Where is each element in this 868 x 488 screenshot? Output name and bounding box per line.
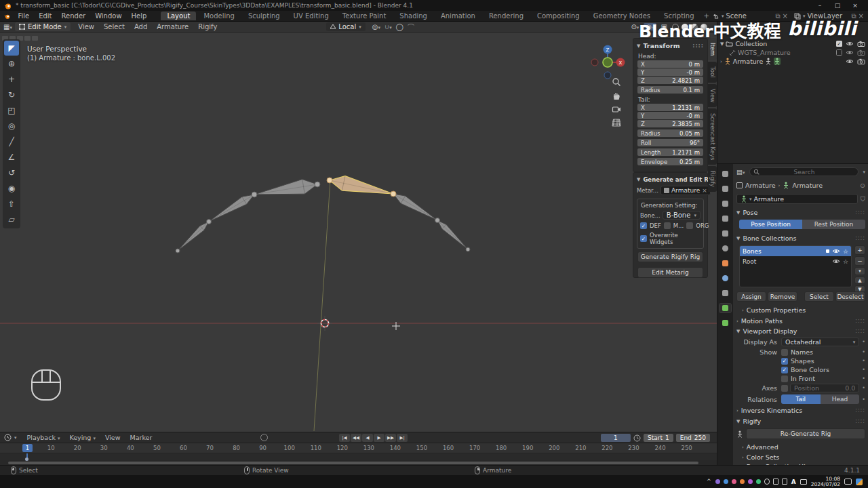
animate-dot-icon[interactable]: • <box>862 385 865 391</box>
visibility-eye-icon[interactable] <box>832 248 840 254</box>
bone-joint[interactable] <box>252 192 257 197</box>
frame-tick-200[interactable]: 200 <box>549 445 559 451</box>
tray-icon[interactable] <box>740 479 745 484</box>
hide-eye-icon[interactable] <box>846 49 854 56</box>
workspace-tab-shading[interactable]: Shading <box>393 12 433 20</box>
bone-joint[interactable] <box>207 220 212 224</box>
exclude-checkbox[interactable]: ✓ <box>836 41 842 47</box>
transform-panel-header[interactable]: ▼ Transform :::: <box>633 41 707 51</box>
sidebar-tab-item[interactable]: Item <box>708 38 717 60</box>
transform-field-z[interactable]: Z2.3835 m <box>637 120 703 127</box>
weather-widget-icon[interactable] <box>856 479 863 485</box>
pivot-point-icon[interactable]: ◎▾ <box>372 23 380 30</box>
animate-dot-icon[interactable]: • <box>862 375 865 382</box>
menu-render[interactable]: Render <box>57 12 91 20</box>
breadcrumb-object[interactable]: Armature <box>745 182 776 189</box>
clear-icon[interactable]: × <box>702 187 707 194</box>
transform-field-x[interactable]: X1.2131 m <box>637 104 703 111</box>
workspace-tab-layout[interactable]: Layout <box>161 12 196 20</box>
properties-tab-scene-icon[interactable] <box>719 229 731 238</box>
close-scene-icon[interactable]: × <box>783 12 788 20</box>
tray-icon[interactable] <box>748 479 753 484</box>
frame-tick-60[interactable]: 60 <box>180 445 187 451</box>
copy-viewlayer-icon[interactable]: ⧉ <box>851 12 856 20</box>
frame-tick-30[interactable]: 30 <box>100 445 108 451</box>
bone-type-dropdown[interactable]: B-Bone ▾ <box>663 211 701 220</box>
properties-tab-constraints-icon[interactable] <box>719 289 731 298</box>
color-sets-header[interactable]: › Color Sets <box>736 453 865 461</box>
tray-icon[interactable] <box>724 479 728 484</box>
transform-field-y[interactable]: Y-0 m <box>637 112 703 119</box>
checkbox-in-front[interactable] <box>781 375 788 382</box>
sidebar-tab-view[interactable]: View <box>708 84 717 107</box>
transform-field-radius[interactable]: Radius0.1 m <box>637 86 703 94</box>
properties-tab-view-layer-icon[interactable] <box>719 214 731 223</box>
transform-field-y[interactable]: Y-0 m <box>637 68 703 76</box>
disable-render-camera-icon[interactable] <box>857 49 865 56</box>
transform-field-length[interactable]: Length1.2171 m <box>637 148 703 156</box>
scene-selector[interactable]: Scene <box>726 12 773 20</box>
transform-field-radius[interactable]: Radius0.05 m <box>637 129 703 137</box>
workspace-tab-compositing[interactable]: Compositing <box>531 12 586 20</box>
transform-field-x[interactable]: X0 m <box>637 60 703 68</box>
minimize-button[interactable]: – <box>811 2 829 9</box>
overwrite-widgets-checkbox[interactable]: ✓ <box>640 235 647 242</box>
def-checkbox[interactable]: ✓ <box>640 222 647 229</box>
checkbox-shapes[interactable]: ✓ <box>781 358 788 365</box>
frame-clock-icon[interactable] <box>633 434 641 442</box>
tray-mic-icon[interactable] <box>764 479 770 485</box>
tray-icon[interactable] <box>715 479 720 484</box>
fake-user-shield-icon[interactable]: ⛉ <box>861 195 865 203</box>
frame-tick-100[interactable]: 100 <box>284 445 295 451</box>
tray-icon[interactable] <box>756 479 761 484</box>
shading-wireframe-icon[interactable] <box>672 24 679 30</box>
frame-tick-190[interactable]: 190 <box>522 445 533 451</box>
axes-position-field[interactable]: Position 0.0 <box>790 384 859 392</box>
select-button[interactable]: Select <box>804 291 834 302</box>
drag-handle-icon[interactable]: :::: <box>855 209 865 216</box>
viewport-3d[interactable]: ◤⊕+↻◰◎╱∠↺◉⇧▱ User Perspective (1) Armatu… <box>0 33 717 432</box>
display-as-dropdown[interactable]: Octahedral ▾ <box>781 338 859 346</box>
viewport-menu-armature[interactable]: Armature <box>152 23 193 30</box>
timeline-menu-marker[interactable]: Marker <box>125 434 157 441</box>
frame-tick-150[interactable]: 150 <box>416 445 427 451</box>
jump-to-start-button[interactable]: |◀ <box>339 434 350 442</box>
drag-handle-icon[interactable]: :::: <box>855 235 865 241</box>
notification-icon[interactable] <box>844 479 852 485</box>
frame-tick-130[interactable]: 130 <box>363 445 374 451</box>
tray-icon[interactable] <box>732 479 736 484</box>
input-method-indicator[interactable]: A <box>791 479 796 485</box>
expand-icon[interactable]: › <box>720 59 722 64</box>
custom-properties-header[interactable]: › Custom Properties <box>736 306 865 314</box>
assign-button[interactable]: Assign <box>736 291 766 302</box>
viewport-menu-select[interactable]: Select <box>99 23 130 30</box>
bone-joint[interactable] <box>176 249 180 253</box>
orthographic-grid-icon[interactable] <box>612 118 621 127</box>
regenerate-rig-button[interactable]: Re-Generate Rig <box>746 428 865 439</box>
end-frame-field[interactable]: End250 <box>676 434 710 442</box>
bone-joint[interactable] <box>391 191 396 197</box>
add-workspace-button[interactable]: + <box>701 12 713 20</box>
viewport-menu-add[interactable]: Add <box>130 23 152 30</box>
overlays-icon[interactable]: ◉▾ <box>644 23 656 30</box>
move-up-button[interactable]: ▲ <box>854 277 865 284</box>
shading-material-icon[interactable] <box>691 24 698 30</box>
animate-dot-icon[interactable]: • <box>862 367 865 373</box>
specials-menu-button[interactable]: ▾ <box>854 267 865 275</box>
workspace-tab-sculpting[interactable]: Sculpting <box>242 12 286 20</box>
bone[interactable] <box>254 179 317 195</box>
mode-dropdown[interactable]: Edit Mode ▾ <box>15 22 71 31</box>
menu-edit[interactable]: Edit <box>34 12 56 20</box>
bone-collection-row-bones[interactable]: Bones ☆ <box>740 246 851 256</box>
workspace-tab-uv-editing[interactable]: UV Editing <box>288 12 335 20</box>
rigify-panel-header[interactable]: ▼ Generate and Edit Rigify rig :::: <box>633 175 707 184</box>
extrude-tool[interactable]: ⇧ <box>4 197 19 211</box>
properties-tab-bone-icon[interactable] <box>719 319 731 327</box>
transform-field-envelope[interactable]: Envelope0.25 m <box>637 158 703 165</box>
axes-checkbox[interactable] <box>781 385 788 392</box>
roll-tool[interactable]: ↺ <box>4 165 19 180</box>
search-field[interactable] <box>749 167 859 176</box>
timeline-ruler[interactable]: 1 10203040506070809010011012013014015016… <box>0 443 717 453</box>
sidebar-tab-screencast-keys[interactable]: Screencast Keys <box>708 108 717 165</box>
frame-tick-240[interactable]: 240 <box>654 445 665 451</box>
